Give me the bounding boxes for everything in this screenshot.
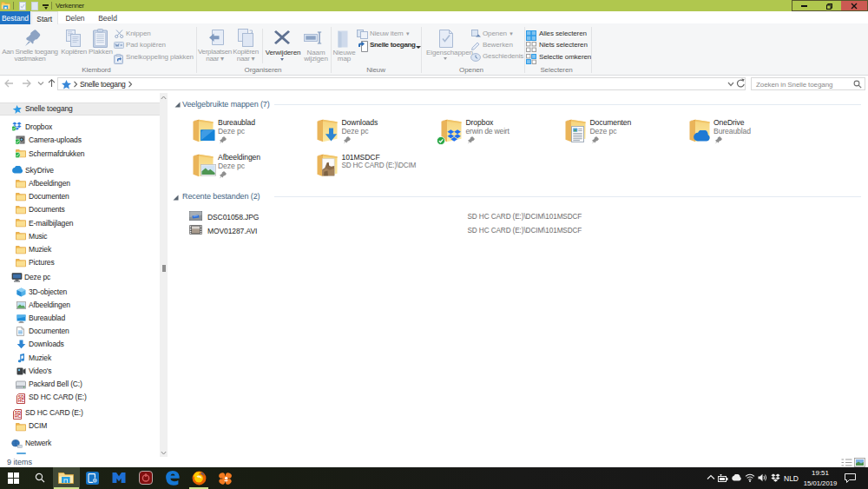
svg-text:HC: HC — [17, 398, 24, 403]
svg-text:HC: HC — [14, 413, 21, 419]
